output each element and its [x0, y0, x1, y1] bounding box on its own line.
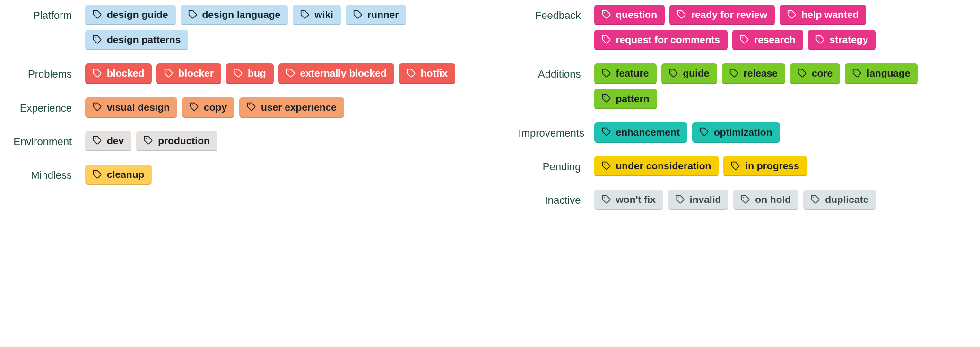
tag-label: copy: [204, 101, 227, 113]
tag-icon: [602, 35, 611, 44]
tag-wiki[interactable]: wiki: [293, 5, 341, 25]
tag-label: question: [616, 9, 658, 20]
tag-icon: [811, 195, 820, 204]
tag-research[interactable]: research: [732, 30, 803, 50]
tag-icon: [286, 69, 295, 78]
tag-icon: [164, 69, 173, 78]
tag-feature[interactable]: feature: [594, 63, 657, 84]
tag-icon: [144, 136, 153, 145]
tag-user-experience[interactable]: user experience: [239, 97, 344, 118]
tag-under-consideration[interactable]: under consideration: [594, 156, 719, 176]
tag-icon: [602, 10, 611, 19]
tag-icon: [407, 69, 416, 78]
tag-label: language: [867, 67, 910, 79]
tags-additions: featureguidereleasecorelanguagepattern: [594, 63, 971, 109]
tag-in-progress[interactable]: in progress: [723, 156, 807, 176]
tag-label: pattern: [616, 93, 650, 104]
tag-icon: [93, 69, 102, 78]
group-label-additions: Additions: [519, 63, 594, 80]
tag-icon: [815, 35, 825, 44]
tag-design-language[interactable]: design language: [181, 5, 288, 25]
tag-icon: [852, 69, 862, 78]
tags-experience: visual designcopyuser experience: [85, 97, 344, 118]
tag-icon: [669, 69, 678, 78]
tag-blocker[interactable]: blocker: [156, 63, 221, 84]
tag-label: optimization: [714, 126, 772, 138]
label-groups-container: Platformdesign guidedesign languagewikir…: [9, 5, 971, 223]
tag-label: duplicate: [825, 193, 868, 205]
tag-label: won't fix: [616, 193, 656, 205]
tag-label: design guide: [107, 9, 168, 20]
tag-visual-design[interactable]: visual design: [85, 97, 177, 118]
tags-inactive: won't fixinvalidon holdduplicate: [594, 190, 876, 210]
tag-icon: [602, 127, 611, 137]
tag-label: in progress: [745, 160, 799, 172]
tag-icon: [602, 94, 611, 103]
tag-enhancement[interactable]: enhancement: [594, 122, 687, 143]
tag-label: enhancement: [616, 126, 680, 138]
tag-language[interactable]: language: [845, 63, 918, 84]
tag-ready-for-review[interactable]: ready for review: [669, 5, 775, 25]
tag-pattern[interactable]: pattern: [594, 89, 657, 109]
tag-help-wanted[interactable]: help wanted: [780, 5, 866, 25]
tag-icon: [740, 35, 749, 44]
tags-environment: devproduction: [85, 131, 217, 151]
tag-label: invalid: [690, 193, 721, 205]
tag-dev[interactable]: dev: [85, 131, 131, 151]
group-label-feedback: Feedback: [519, 5, 594, 22]
tag-runner[interactable]: runner: [346, 5, 407, 25]
tag-label: runner: [367, 9, 399, 20]
right-column: Feedbackquestionready for reviewhelp wan…: [519, 5, 971, 223]
tag-cleanup[interactable]: cleanup: [85, 165, 152, 185]
tag-label: under consideration: [616, 160, 711, 172]
tag-icon: [787, 10, 797, 19]
tag-label: externally blocked: [300, 67, 387, 79]
tag-label: visual design: [107, 101, 170, 113]
tag-blocked[interactable]: blocked: [85, 63, 152, 84]
tag-label: production: [158, 135, 210, 147]
tag-release[interactable]: release: [722, 63, 785, 84]
tag-strategy[interactable]: strategy: [808, 30, 876, 50]
tag-icon: [234, 69, 243, 78]
tag-production[interactable]: production: [136, 131, 217, 151]
tag-on-hold[interactable]: on hold: [733, 190, 798, 210]
group-label-pending: Pending: [519, 156, 594, 173]
tag-icon: [93, 35, 102, 44]
group-label-experience: Experience: [9, 97, 85, 114]
tag-request-for-comments[interactable]: request for comments: [594, 30, 728, 50]
group-mindless: Mindlesscleanup: [9, 165, 462, 185]
tag-copy[interactable]: copy: [182, 97, 234, 118]
tag-duplicate[interactable]: duplicate: [803, 190, 876, 210]
tag-label: request for comments: [616, 34, 720, 45]
tag-hotfix[interactable]: hotfix: [399, 63, 455, 84]
tag-design-patterns[interactable]: design patterns: [85, 30, 188, 50]
tag-optimization[interactable]: optimization: [692, 122, 780, 143]
tag-guide[interactable]: guide: [661, 63, 717, 84]
group-problems: Problemsblockedblockerbugexternally bloc…: [9, 63, 462, 84]
group-platform: Platformdesign guidedesign languagewikir…: [9, 5, 462, 50]
tag-icon: [731, 161, 740, 171]
tag-label: design language: [202, 9, 281, 20]
group-label-mindless: Mindless: [9, 165, 85, 182]
tag-externally-blocked[interactable]: externally blocked: [278, 63, 394, 84]
tag-label: bug: [248, 67, 266, 79]
group-label-platform: Platform: [9, 5, 85, 22]
tag-design-guide[interactable]: design guide: [85, 5, 176, 25]
tag-icon: [93, 102, 102, 112]
tag-icon: [676, 195, 685, 204]
tags-mindless: cleanup: [85, 165, 152, 185]
tag-icon: [247, 102, 256, 112]
tag-label: blocker: [178, 67, 214, 79]
tags-platform: design guidedesign languagewikirunnerdes…: [85, 5, 462, 50]
tag-icon: [353, 10, 363, 19]
tag-question[interactable]: question: [594, 5, 665, 25]
group-label-inactive: Inactive: [519, 190, 594, 207]
group-additions: Additionsfeatureguidereleasecorelanguage…: [519, 63, 971, 109]
tag-won-t-fix[interactable]: won't fix: [594, 190, 663, 210]
tag-bug[interactable]: bug: [226, 63, 273, 84]
tag-core[interactable]: core: [790, 63, 840, 84]
tag-icon: [300, 10, 310, 19]
tag-invalid[interactable]: invalid: [668, 190, 729, 210]
tag-label: hotfix: [421, 67, 448, 79]
group-label-environment: Environment: [9, 131, 85, 148]
